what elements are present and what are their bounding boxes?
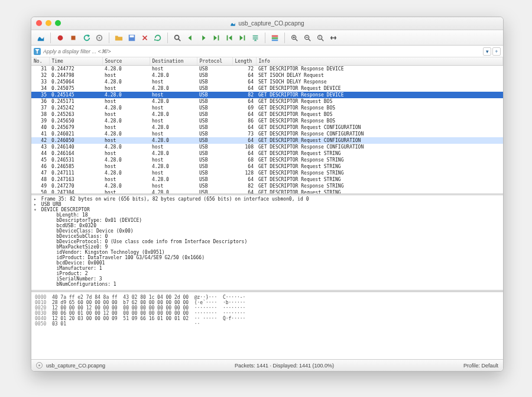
minimize-button[interactable] [46, 20, 51, 26]
zoom-in-button[interactable] [288, 32, 300, 44]
packet-row[interactable]: 480.247163host4.28.0USB64GET DESCRIPTOR … [31, 176, 503, 183]
col-length[interactable]: Length [232, 57, 256, 66]
reload-button[interactable] [152, 32, 164, 44]
cell: USB [197, 105, 232, 111]
cell: host [150, 118, 197, 124]
col-source[interactable]: Source [102, 57, 150, 66]
cell: 64 [232, 79, 256, 85]
tree-devdesc[interactable]: ▾ DEVICE DESCRIPTOR [34, 207, 501, 212]
go-to-button[interactable] [210, 32, 222, 44]
col-no[interactable]: No. [31, 57, 49, 66]
packet-bytes-pane[interactable]: 0000 40 7a ff e2 7d 84 8a ff 43 02 80 1c… [31, 292, 503, 359]
filter-expr-button[interactable]: ▾ [483, 47, 491, 56]
colorize-button[interactable] [269, 32, 281, 44]
packet-row[interactable]: 500.247304host4.28.0USB64GET DESCRIPTOR … [31, 189, 503, 193]
cell: 128 [232, 170, 256, 176]
hex-line[interactable]: 0000 40 7a ff e2 7d 84 8a ff 43 02 80 1c… [35, 295, 499, 300]
expert-info-icon[interactable] [36, 362, 43, 369]
packet-row[interactable]: 340.245075host4.28.0USB64GET DESCRIPTOR … [31, 85, 503, 92]
packet-row[interactable]: 370.2452424.28.0hostUSB69GET DESCRIPTOR … [31, 105, 503, 111]
packet-row[interactable]: 390.2456504.28.0hostUSB86GET DESCRIPTOR … [31, 118, 503, 124]
find-button[interactable] [171, 32, 183, 44]
hex-line[interactable]: 0040 12 01 20 03 00 00 00 09 51 09 66 16… [35, 316, 499, 321]
go-next-button[interactable] [197, 32, 209, 44]
display-filter-input[interactable] [43, 49, 481, 54]
packet-row[interactable]: 360.245171host4.28.0USB64GET DESCRIPTOR … [31, 98, 503, 105]
tree-frame[interactable]: ▸ Frame 35: 82 bytes on wire (656 bits),… [34, 196, 501, 202]
tree-field[interactable]: bMaxPacketSize0: 9 [34, 244, 501, 250]
record-button[interactable] [54, 32, 66, 44]
zoom-out-button[interactable] [301, 32, 313, 44]
tree-field[interactable]: iManufacturer: 1 [34, 266, 501, 271]
go-first-button[interactable] [223, 32, 235, 44]
packet-row[interactable]: 310.2447724.28.0hostUSB72GET DESCRIPTOR … [31, 66, 503, 73]
tree-field[interactable]: idProduct: DataTraveler 100 G3/G4/SE9 G2… [34, 255, 501, 260]
col-destination[interactable]: Destination [150, 57, 197, 66]
restart-button[interactable] [80, 32, 92, 44]
cell: GET DESCRIPTOR Response CONFIGURATION [256, 131, 503, 137]
packet-row[interactable]: 460.246585host4.28.0USB64GET DESCRIPTOR … [31, 163, 503, 170]
go-prev-button[interactable] [184, 32, 196, 44]
cell: SET ISOCH DELAY Response [256, 79, 503, 85]
cell: 64 [232, 98, 256, 105]
packet-row[interactable]: 320.244798host4.28.0USB64SET ISOCH DELAY… [31, 72, 503, 79]
filter-add-button[interactable]: + [492, 47, 501, 56]
tree-field[interactable]: bDeviceClass: Device (0x00) [34, 228, 501, 234]
resize-cols-button[interactable] [327, 32, 339, 44]
cell: 64 [232, 137, 256, 144]
packet-details-pane[interactable]: ▸ Frame 35: 82 bytes on wire (656 bits),… [31, 195, 503, 290]
open-button[interactable] [113, 32, 125, 44]
tree-field[interactable]: bcdDevice: 0x0001 [34, 260, 501, 266]
status-counts: Packets: 1441 · Displayed: 1441 (100.0%) [235, 363, 334, 369]
options-button[interactable] [93, 32, 105, 44]
packet-list-pane[interactable]: No.TimeSourceDestinationProtocolLengthIn… [31, 57, 503, 193]
tree-field[interactable]: bLength: 18 [34, 212, 501, 218]
filter-icon[interactable] [34, 48, 41, 55]
packet-row[interactable]: 400.245679host4.28.0USB64GET DESCRIPTOR … [31, 124, 503, 131]
packet-row[interactable]: 490.2472704.28.0hostUSB82GET DESCRIPTOR … [31, 183, 503, 189]
col-info[interactable]: Info [256, 57, 503, 66]
zoom-reset-button[interactable]: 1 [314, 32, 326, 44]
auto-scroll-button[interactable] [249, 32, 261, 44]
packet-row[interactable]: 410.2460214.28.0hostUSB73GET DESCRIPTOR … [31, 131, 503, 137]
tree-usburb[interactable]: ▸ USB URB [34, 202, 501, 207]
packet-row[interactable]: 380.245263host4.28.0USB64GET DESCRIPTOR … [31, 111, 503, 118]
packet-row[interactable]: 430.2461404.28.0hostUSB108GET DESCRIPTOR… [31, 144, 503, 150]
status-profile[interactable]: Profile: Default [463, 363, 498, 369]
tree-field[interactable]: bDeviceSubClass: 0 [34, 234, 501, 239]
tree-field[interactable]: bDescriptorType: 0x01 (DEVICE) [34, 218, 501, 223]
tree-field[interactable]: bDeviceProtocol: 0 (Use class code info … [34, 239, 501, 244]
close-file-button[interactable] [139, 32, 151, 44]
tree-field[interactable]: iProduct: 2 [34, 271, 501, 276]
tree-field[interactable]: iSerialNumber: 3 [34, 276, 501, 282]
cell: USB [197, 150, 232, 157]
packet-row[interactable]: 440.246164host4.28.0USB64GET DESCRIPTOR … [31, 150, 503, 157]
tree-field[interactable]: idVendor: Kingston Technology (0x0951) [34, 250, 501, 255]
cell: USB [197, 98, 232, 105]
packet-row[interactable]: 350.2451454.28.0hostUSB82GET DESCRIPTOR … [31, 92, 503, 98]
packet-row[interactable]: 450.2465314.28.0hostUSB68GET DESCRIPTOR … [31, 157, 503, 163]
cell: host [150, 105, 197, 111]
packet-row[interactable]: 470.2471114.28.0hostUSB128GET DESCRIPTOR… [31, 170, 503, 176]
hex-line[interactable]: 0050 03 01 ·· [35, 321, 499, 327]
save-button[interactable] [126, 32, 138, 44]
hex-line[interactable]: 0030 80 06 00 01 00 00 12 00 00 00 00 00… [35, 311, 499, 316]
hex-line[interactable]: 0010 28 d9 65 60 00 00 00 00 b7 62 00 00… [35, 300, 499, 305]
zoom-button[interactable] [55, 20, 61, 26]
cell: host [102, 137, 150, 144]
packet-row[interactable]: 420.246050host4.28.0USB64GET DESCRIPTOR … [31, 137, 503, 144]
tree-field[interactable]: bcdUSB: 0x0320 [34, 223, 501, 228]
hex-line[interactable]: 0020 12 00 00 00 12 00 00 00 00 00 00 00… [35, 305, 499, 311]
col-time[interactable]: Time [49, 57, 102, 66]
go-last-button[interactable] [236, 32, 248, 44]
tree-field[interactable]: bNumConfigurations: 1 [34, 282, 501, 287]
cell: 64 [232, 72, 256, 79]
packet-row[interactable]: 330.2450644.28.0hostUSB64SET ISOCH DELAY… [31, 79, 503, 85]
stop-button[interactable] [67, 32, 79, 44]
col-protocol[interactable]: Protocol [197, 57, 232, 66]
start-capture-button[interactable] [35, 32, 47, 44]
close-button[interactable] [36, 20, 42, 26]
cell: 40 [31, 124, 49, 131]
cell: 82 [232, 183, 256, 189]
svg-rect-12 [272, 39, 278, 41]
